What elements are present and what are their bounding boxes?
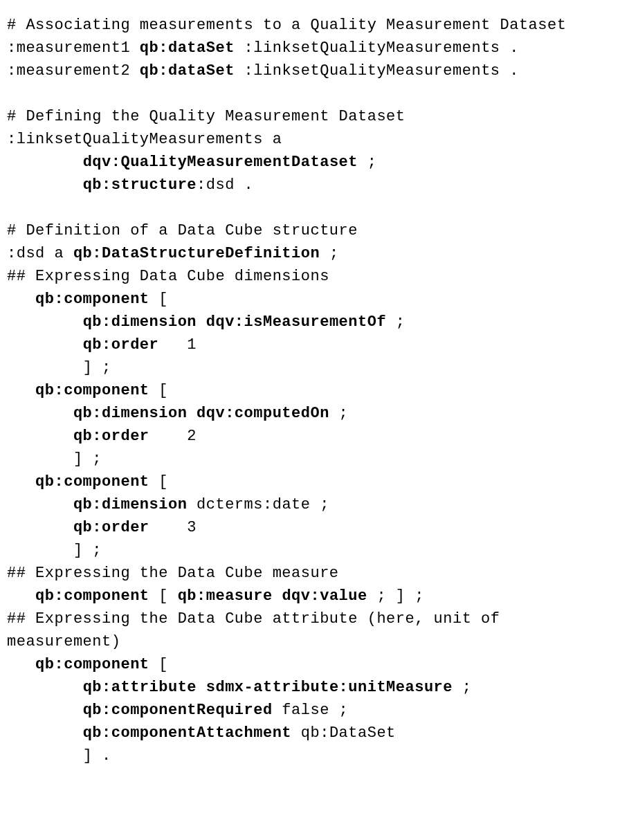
code-segment: qb:DataSet [291, 724, 396, 742]
code-segment: qb:order [73, 519, 149, 536]
code-segment: 1 [158, 336, 197, 354]
code-segment: ## Expressing the Data Cube attribute (h… [7, 610, 509, 650]
code-segment: ; ] ; [367, 587, 424, 605]
code-line: # Defining the Quality Measurement Datas… [7, 105, 613, 128]
code-segment: ] ; [7, 450, 102, 468]
code-segment: [ [149, 382, 168, 399]
code-segment: qb:component [35, 473, 149, 491]
code-segment: qb:component [35, 587, 149, 605]
code-block: # Associating measurements to a Quality … [7, 14, 613, 767]
code-segment: # Definition of a Data Cube structure [7, 222, 358, 239]
code-line: qb:component [ [7, 288, 613, 311]
code-segment [7, 587, 35, 605]
code-line: ] ; [7, 356, 613, 379]
code-line: ] . [7, 745, 613, 767]
code-segment: :measurement1 [7, 39, 140, 57]
code-segment [7, 702, 83, 719]
code-segment: :dsd a [7, 245, 73, 262]
code-segment [7, 176, 83, 194]
code-segment [7, 519, 73, 536]
code-segment: :linksetQualityMeasurements . [235, 62, 519, 80]
code-segment [7, 382, 35, 399]
code-line: ## Expressing Data Cube dimensions [7, 265, 613, 288]
code-line: qb:component [ [7, 379, 613, 402]
code-line: qb:order 3 [7, 516, 613, 539]
code-line: qb:attribute sdmx-attribute:unitMeasure … [7, 676, 613, 699]
code-line [7, 82, 613, 105]
code-segment: dcterms:date ; [187, 496, 329, 513]
code-segment: # Associating measurements to a Quality … [7, 17, 566, 34]
code-line: # Associating measurements to a Quality … [7, 14, 613, 37]
code-segment: :measurement2 [7, 62, 140, 80]
code-line: ] ; [7, 448, 613, 471]
code-line: qb:order 1 [7, 334, 613, 356]
code-segment: 2 [149, 428, 197, 445]
code-segment [7, 679, 83, 696]
code-segment: [ [149, 473, 168, 491]
code-segment: :linksetQualityMeasurements a [7, 131, 282, 148]
code-segment: ] ; [7, 542, 102, 559]
code-segment [7, 154, 83, 171]
code-segment: false ; [273, 702, 349, 719]
code-line: dqv:QualityMeasurementDataset ; [7, 151, 613, 174]
code-line: qb:dimension dqv:computedOn ; [7, 402, 613, 425]
code-segment: qb:dimension dqv:computedOn [73, 405, 329, 422]
code-line: qb:component [ qb:measure dqv:value ; ] … [7, 585, 613, 608]
code-line: qb:order 2 [7, 425, 613, 448]
code-segment: qb:order [73, 428, 149, 445]
code-line: :dsd a qb:DataStructureDefinition ; [7, 242, 613, 265]
code-segment [7, 656, 35, 673]
code-segment: qb:measure dqv:value [178, 587, 367, 605]
code-segment: ## Expressing Data Cube dimensions [7, 268, 329, 285]
code-segment: ; [386, 313, 405, 331]
code-segment: qb:dataSet [140, 62, 235, 80]
code-line: :measurement2 qb:dataSet :linksetQuality… [7, 60, 613, 82]
code-segment [7, 428, 73, 445]
code-segment: qb:DataStructureDefinition [73, 245, 320, 262]
code-segment: qb:componentRequired [83, 702, 273, 719]
code-segment [7, 405, 73, 422]
code-line: qb:dimension dcterms:date ; [7, 493, 613, 516]
code-segment: ] ; [7, 359, 111, 376]
code-segment: dqv:QualityMeasurementDataset [83, 154, 358, 171]
code-segment: qb:attribute sdmx-attribute:unitMeasure [83, 679, 453, 696]
code-segment: qb:order [83, 336, 159, 354]
code-segment: ; [358, 154, 376, 171]
code-segment: qb:component [35, 656, 149, 673]
code-segment: [ [149, 291, 168, 308]
code-segment [7, 313, 83, 331]
code-segment: qb:structure [83, 176, 197, 194]
code-line: ## Expressing the Data Cube attribute (h… [7, 608, 613, 653]
code-segment: ] . [7, 747, 111, 765]
code-line: :measurement1 qb:dataSet :linksetQuality… [7, 37, 613, 60]
code-line: qb:structure:dsd . [7, 174, 613, 197]
code-segment: ; [453, 679, 471, 696]
code-line: qb:component [ [7, 471, 613, 493]
code-line: qb:dimension dqv:isMeasurementOf ; [7, 311, 613, 334]
code-line: # Definition of a Data Cube structure [7, 219, 613, 242]
code-line: qb:componentRequired false ; [7, 699, 613, 722]
code-segment [7, 724, 83, 742]
code-segment: qb:component [35, 291, 149, 308]
code-segment: [ [149, 656, 168, 673]
code-segment: ; [329, 405, 348, 422]
code-segment: # Defining the Quality Measurement Datas… [7, 108, 405, 125]
code-segment: [ [149, 587, 178, 605]
code-segment: qb:component [35, 382, 149, 399]
code-line: ] ; [7, 539, 613, 562]
code-line [7, 197, 613, 219]
code-segment [7, 291, 35, 308]
code-segment: qb:dataSet [140, 39, 235, 57]
code-segment: qb:componentAttachment [83, 724, 291, 742]
code-line: qb:component [ [7, 653, 613, 676]
code-segment: qb:dimension dqv:isMeasurementOf [83, 313, 386, 331]
code-segment: :linksetQualityMeasurements . [235, 39, 519, 57]
code-segment: ## Expressing the Data Cube measure [7, 565, 339, 582]
code-segment [7, 473, 35, 491]
code-segment: 3 [149, 519, 197, 536]
code-segment [7, 336, 83, 354]
code-segment: qb:dimension [73, 496, 187, 513]
code-segment: ; [320, 245, 338, 262]
code-line: ## Expressing the Data Cube measure [7, 562, 613, 585]
code-segment: :dsd . [197, 176, 253, 194]
